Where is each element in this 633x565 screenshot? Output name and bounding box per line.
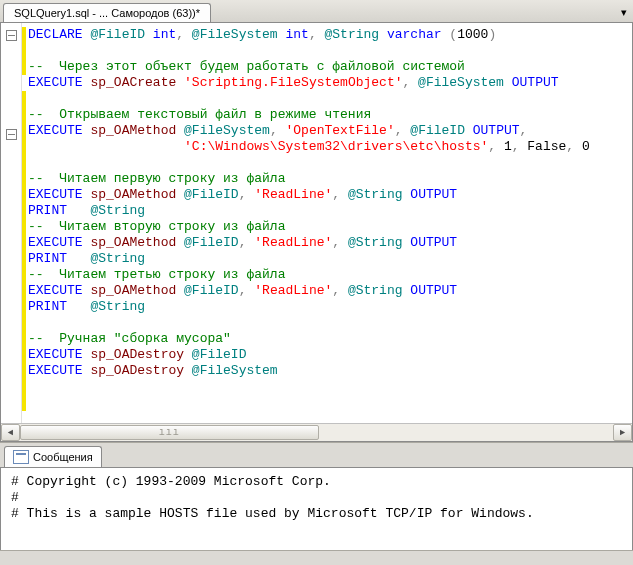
scroll-track[interactable]: ııı xyxy=(20,425,613,440)
code-line: EXECUTE sp_OAMethod @FileSystem, 'OpenTe… xyxy=(28,123,628,139)
code-editor[interactable]: DECLARE @FileID int, @FileSystem int, @S… xyxy=(22,23,632,423)
status-bar xyxy=(0,550,633,565)
code-line: PRINT @String xyxy=(28,251,628,267)
results-tab-messages[interactable]: Сообщения xyxy=(4,446,102,467)
code-line: EXECUTE sp_OADestroy @FileID xyxy=(28,347,628,363)
fold-gutter xyxy=(1,23,22,423)
code-line xyxy=(28,91,628,107)
editor-frame: DECLARE @FileID int, @FileSystem int, @S… xyxy=(0,23,633,442)
code-line xyxy=(28,43,628,59)
code-line: PRINT @String xyxy=(28,299,628,315)
scroll-left-arrow-icon[interactable]: ◄ xyxy=(1,424,20,441)
code-line: PRINT @String xyxy=(28,203,628,219)
modification-indicator xyxy=(22,91,26,411)
scroll-right-arrow-icon[interactable]: ► xyxy=(613,424,632,441)
document-tabbar: SQLQuery1.sql - ... Самородов (63))* ▾ xyxy=(0,0,633,23)
tab-dropdown-icon[interactable]: ▾ xyxy=(621,6,627,22)
code-line: -- Читаем первую строку из файла xyxy=(28,171,628,187)
results-tabbar: Сообщения xyxy=(0,442,633,467)
document-tab-title: SQLQuery1.sql - ... Самородов (63))* xyxy=(14,7,200,19)
fold-toggle-icon[interactable] xyxy=(6,129,17,140)
modification-indicator xyxy=(22,27,26,75)
code-line: -- Через этот объект будем работать с фа… xyxy=(28,59,628,75)
messages-icon xyxy=(13,450,29,464)
code-line: EXECUTE sp_OAMethod @FileID, 'ReadLine',… xyxy=(28,283,628,299)
code-line xyxy=(28,155,628,171)
code-line: EXECUTE sp_OAMethod @FileID, 'ReadLine',… xyxy=(28,187,628,203)
code-line: -- Читаем третью строку из файла xyxy=(28,267,628,283)
code-line: EXECUTE sp_OACreate 'Scripting.FileSyste… xyxy=(28,75,628,91)
code-line: EXECUTE sp_OAMethod @FileID, 'ReadLine',… xyxy=(28,235,628,251)
horizontal-scrollbar[interactable]: ◄ ııı ► xyxy=(1,423,632,441)
document-tab-active[interactable]: SQLQuery1.sql - ... Самородов (63))* xyxy=(3,3,211,22)
code-line: 'C:\Windows\System32\drivers\etc\hosts',… xyxy=(28,139,628,155)
code-line xyxy=(28,315,628,331)
ssms-window: SQLQuery1.sql - ... Самородов (63))* ▾ D… xyxy=(0,0,633,565)
results-tab-label: Сообщения xyxy=(33,451,93,463)
scroll-thumb[interactable]: ııı xyxy=(20,425,319,440)
code-line: -- Открываем текстовый файл в режиме чте… xyxy=(28,107,628,123)
fold-toggle-icon[interactable] xyxy=(6,30,17,41)
code-line: -- Ручная "сборка мусора" xyxy=(28,331,628,347)
editor-viewport: DECLARE @FileID int, @FileSystem int, @S… xyxy=(1,23,632,423)
code-line: DECLARE @FileID int, @FileSystem int, @S… xyxy=(28,27,628,43)
messages-output[interactable]: # Copyright (c) 1993-2009 Microsoft Corp… xyxy=(0,467,633,550)
code-line: EXECUTE sp_OADestroy @FileSystem xyxy=(28,363,628,379)
code-line: -- Читаем вторую строку из файла xyxy=(28,219,628,235)
